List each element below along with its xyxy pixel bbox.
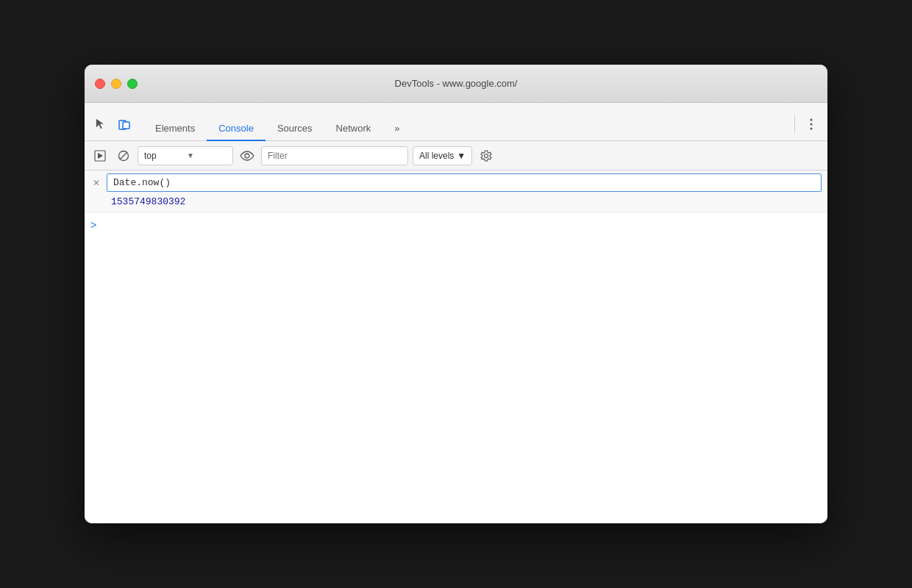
levels-arrow: ▼ [457,151,466,161]
levels-label: All levels [419,151,454,161]
console-result: 1535749830392 [85,195,827,212]
settings-icon[interactable] [477,146,496,165]
tab-sources[interactable]: Sources [266,117,324,141]
tab-network[interactable]: Network [324,117,383,141]
svg-point-9 [245,154,249,158]
more-options-icon[interactable] [801,114,822,135]
svg-point-10 [485,154,488,157]
console-toolbar: top ▼ All levels ▼ [85,141,827,171]
prompt-arrow: > [90,219,96,231]
window-title: DevTools - www.google.com/ [395,78,518,89]
tab-bar-right [791,114,822,140]
filter-input[interactable] [261,146,408,165]
prompt-row: > [85,212,827,237]
console-input[interactable] [107,173,822,192]
inspect-icon[interactable] [90,114,111,135]
minimize-button[interactable] [111,79,121,89]
run-script-icon[interactable] [90,146,110,165]
tab-bar: Elements Console Sources Network » [85,103,827,141]
title-bar: DevTools - www.google.com/ [85,65,827,103]
tab-elements[interactable]: Elements [143,117,207,141]
svg-line-8 [120,152,127,159]
entry-close-icon[interactable]: ✕ [90,177,102,189]
console-content: ✕ 1535749830392 > [85,171,827,523]
context-selector[interactable]: top ▼ [138,146,233,165]
clear-console-icon[interactable] [114,146,133,165]
context-value: top [144,151,184,161]
tab-more[interactable]: » [382,117,411,141]
console-input-row: ✕ [85,171,827,195]
tab-console[interactable]: Console [207,117,266,141]
svg-marker-6 [98,153,103,159]
devtools-window: DevTools - www.google.com/ Elements Cons… [85,65,827,523]
window-controls [95,79,138,89]
console-prompt-input[interactable] [102,218,249,232]
console-entry: ✕ 1535749830392 [85,171,827,212]
levels-selector[interactable]: All levels ▼ [413,146,472,165]
tab-bar-tools [90,114,135,140]
context-arrow: ▼ [187,151,227,159]
svg-point-2 [811,119,813,121]
svg-point-3 [811,123,813,126]
eye-icon[interactable] [238,146,257,165]
device-toolbar-icon[interactable] [114,114,135,135]
svg-rect-1 [123,122,129,129]
divider [794,115,795,133]
maximize-button[interactable] [127,79,138,89]
svg-point-4 [811,128,813,130]
close-button[interactable] [95,79,105,89]
